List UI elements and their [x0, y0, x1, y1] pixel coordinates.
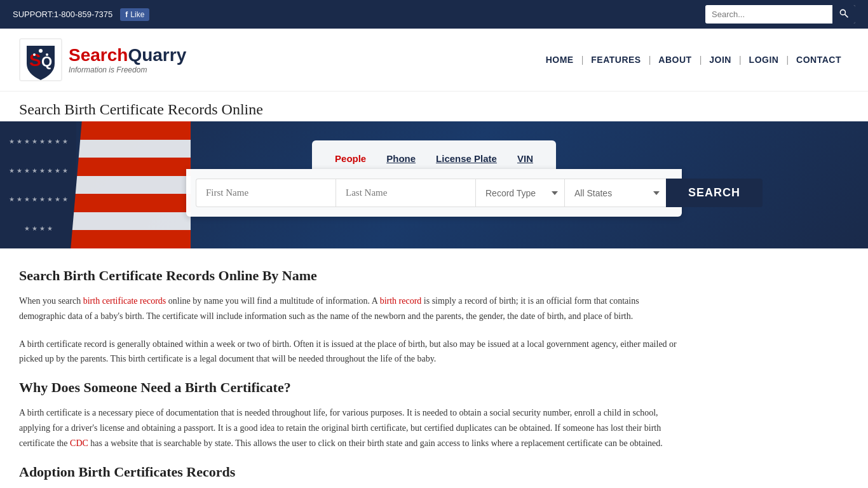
tab-people[interactable]: People [325, 148, 376, 169]
nav-join[interactable]: JOIN [702, 55, 739, 65]
logo-svg: S Q [20, 39, 61, 80]
svg-point-7 [46, 53, 48, 56]
nav-about[interactable]: ABOUT [651, 55, 699, 65]
logo-area: S Q SearchQuarry Information is Freedom [19, 38, 186, 81]
search-button[interactable]: SEARCH [666, 179, 763, 207]
flag-stars: ★★★★ ★★★★ ★★★★ ★★★★ ★★★★ ★★★★ ★★★★ [0, 121, 76, 248]
record-type-select[interactable]: Record Type Birth Records Death Records … [475, 179, 564, 207]
cdc-link[interactable]: CDC [70, 438, 88, 448]
search-tabs: People Phone License Plate VIN [312, 140, 556, 169]
page-title: Search Birth Certificate Records Online [19, 101, 849, 118]
section1-title: Search Birth Certificate Records Online … [19, 268, 680, 284]
section2-p1-after: has a website that is searchable by stat… [88, 438, 663, 448]
content-area: Search Birth Certificate Records Online … [0, 248, 699, 488]
fb-icon: f [125, 10, 128, 19]
nav-login[interactable]: LOGIN [742, 55, 787, 65]
states-select[interactable]: All States Alabama Alaska Arizona Califo… [564, 179, 666, 207]
header: S Q SearchQuarry Information is Freedom … [0, 29, 868, 92]
first-name-input[interactable] [196, 179, 336, 207]
section2-paragraph1: A birth certificate is a necessary piece… [19, 405, 680, 451]
nav-contact[interactable]: CONTACT [789, 55, 849, 65]
svg-point-6 [33, 53, 36, 56]
tab-phone[interactable]: Phone [376, 148, 426, 169]
section1-p1-before: When you search [19, 296, 83, 306]
section2-title: Why Does Someone Need a Birth Certificat… [19, 379, 680, 396]
main-nav: HOME | FEATURES | ABOUT | JOIN | LOGIN |… [538, 55, 849, 65]
top-search-bar [705, 5, 855, 24]
tab-vin[interactable]: VIN [507, 148, 543, 169]
birth-record-link[interactable]: birth record [380, 296, 422, 306]
logo-icon: S Q [19, 38, 62, 81]
svg-line-1 [845, 15, 848, 18]
last-name-input[interactable] [336, 179, 475, 207]
fb-like-label: Like [130, 10, 144, 19]
flag-stripes [71, 121, 191, 248]
section1-p1-middle: online by name you will find a multitude… [166, 296, 379, 306]
support-phone: SUPPORT:1-800-859-7375 [13, 10, 112, 19]
section1-paragraph1: When you search birth certificate record… [19, 294, 680, 324]
top-bar-left: SUPPORT:1-800-859-7375 f Like [13, 8, 149, 21]
top-search-button[interactable] [832, 5, 855, 24]
flag-overlay: ★★★★ ★★★★ ★★★★ ★★★★ ★★★★ ★★★★ ★★★★ [0, 121, 191, 248]
birth-cert-records-link[interactable]: birth certificate records [83, 296, 166, 306]
fb-like-button[interactable]: f Like [120, 8, 149, 21]
page-title-area: Search Birth Certificate Records Online [0, 92, 868, 121]
svg-text:S: S [29, 50, 41, 70]
banner: ★★★★ ★★★★ ★★★★ ★★★★ ★★★★ ★★★★ ★★★★ Peopl… [0, 121, 868, 248]
logo-tagline: Information is Freedom [69, 65, 186, 74]
svg-point-5 [39, 49, 43, 53]
top-search-input[interactable] [705, 6, 832, 22]
logo-text: SearchQuarry Information is Freedom [69, 45, 186, 74]
search-form: Record Type Birth Records Death Records … [186, 169, 682, 217]
top-bar: SUPPORT:1-800-859-7375 f Like [0, 0, 868, 29]
tab-license-plate[interactable]: License Plate [426, 148, 507, 169]
section3-title: Adoption Birth Certificates Records [19, 464, 680, 480]
nav-home[interactable]: HOME [538, 55, 581, 65]
search-container: People Phone License Plate VIN Record Ty… [186, 140, 682, 217]
logo-brand: SearchQuarry [69, 45, 186, 65]
nav-features[interactable]: FEATURES [583, 55, 648, 65]
section1-paragraph2: A birth certificate record is generally … [19, 337, 680, 367]
search-icon [839, 8, 849, 18]
svg-point-0 [840, 10, 845, 15]
